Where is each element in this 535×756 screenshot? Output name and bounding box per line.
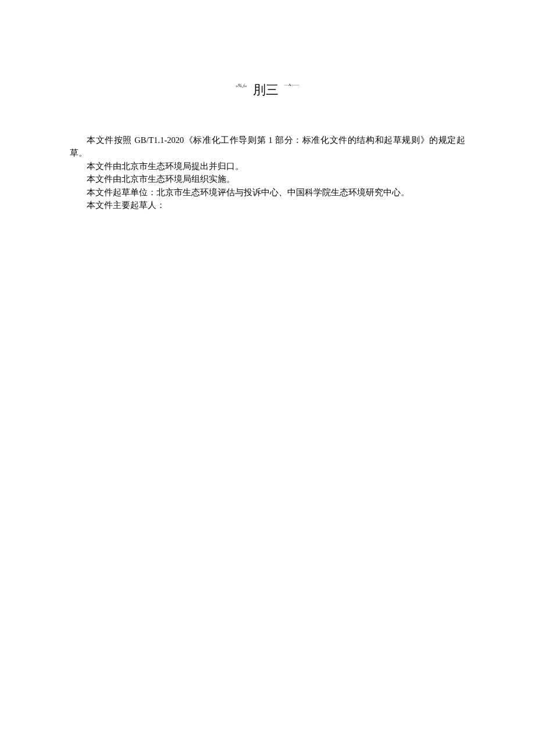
paragraph: 本文件由北京市生态环境局提出并归口。 <box>70 160 465 173</box>
paragraph: 本文件由北京市生态环境局组织实施。 <box>70 173 465 185</box>
heading-row: »%‚í» 刖三 —A—— <box>70 81 465 99</box>
paragraph: 本文件按照 GB/T1.1-2020《标准化工作导则第 1 部分：标准化文件的结… <box>70 134 465 160</box>
heading-main: 刖三 <box>253 81 279 99</box>
heading-scribble-right: —A—— <box>284 83 299 87</box>
heading-scribble-left: »%‚í» <box>236 83 247 88</box>
body-text: 本文件按照 GB/T1.1-2020《标准化工作导则第 1 部分：标准化文件的结… <box>70 134 465 212</box>
paragraph: 本文件主要起草人： <box>70 199 465 212</box>
document-page: »%‚í» 刖三 —A—— 本文件按照 GB/T1.1-2020《标准化工作导则… <box>0 0 535 212</box>
paragraph: 本文件起草单位：北京市生态环境评估与投诉中心、中国科学院生态环境研究中心。 <box>70 186 465 199</box>
